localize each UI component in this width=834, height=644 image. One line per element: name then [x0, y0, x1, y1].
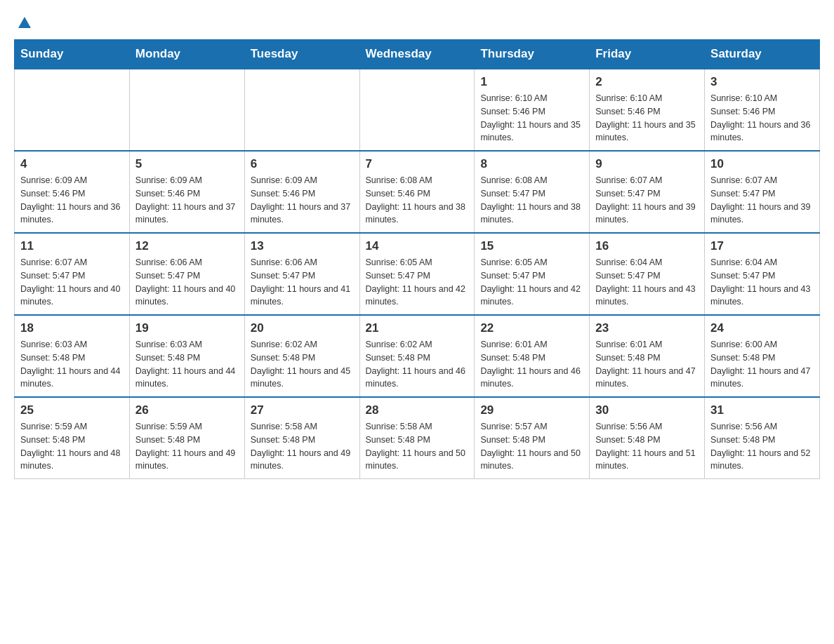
- day-info: Sunrise: 6:10 AM Sunset: 5:46 PM Dayligh…: [710, 92, 814, 145]
- calendar-day-cell: 8Sunrise: 6:08 AM Sunset: 5:47 PM Daylig…: [475, 151, 590, 233]
- day-number: 31: [710, 403, 814, 417]
- calendar-week-row: 1Sunrise: 6:10 AM Sunset: 5:46 PM Daylig…: [15, 69, 820, 151]
- day-number: 28: [366, 403, 469, 417]
- day-number: 21: [366, 321, 469, 335]
- calendar-day-cell: [359, 69, 475, 151]
- calendar-header-thursday: Thursday: [475, 40, 590, 69]
- calendar-day-cell: 11Sunrise: 6:07 AM Sunset: 5:47 PM Dayli…: [15, 233, 130, 315]
- calendar-day-cell: 1Sunrise: 6:10 AM Sunset: 5:46 PM Daylig…: [475, 69, 590, 151]
- day-number: 10: [710, 157, 814, 171]
- calendar-header-saturday: Saturday: [705, 40, 820, 69]
- calendar-day-cell: 21Sunrise: 6:02 AM Sunset: 5:48 PM Dayli…: [359, 315, 475, 397]
- day-info: Sunrise: 6:06 AM Sunset: 5:47 PM Dayligh…: [251, 256, 354, 309]
- calendar-day-cell: 28Sunrise: 5:58 AM Sunset: 5:48 PM Dayli…: [359, 397, 475, 479]
- calendar-day-cell: 16Sunrise: 6:04 AM Sunset: 5:47 PM Dayli…: [590, 233, 705, 315]
- page-header: [14, 14, 820, 32]
- day-number: 3: [710, 75, 814, 89]
- calendar-day-cell: 31Sunrise: 5:56 AM Sunset: 5:48 PM Dayli…: [705, 397, 820, 479]
- day-info: Sunrise: 6:02 AM Sunset: 5:48 PM Dayligh…: [366, 338, 469, 391]
- logo-triangle-icon: [17, 14, 32, 32]
- day-number: 30: [595, 403, 699, 417]
- calendar-header-friday: Friday: [590, 40, 705, 69]
- day-number: 25: [20, 403, 124, 417]
- day-number: 15: [480, 239, 583, 253]
- calendar-day-cell: 29Sunrise: 5:57 AM Sunset: 5:48 PM Dayli…: [475, 397, 590, 479]
- day-number: 23: [595, 321, 699, 335]
- day-number: 12: [135, 239, 239, 253]
- calendar-day-cell: 20Sunrise: 6:02 AM Sunset: 5:48 PM Dayli…: [244, 315, 359, 397]
- day-number: 8: [480, 157, 583, 171]
- calendar-day-cell: 7Sunrise: 6:08 AM Sunset: 5:46 PM Daylig…: [359, 151, 475, 233]
- day-info: Sunrise: 6:08 AM Sunset: 5:46 PM Dayligh…: [366, 174, 469, 227]
- day-info: Sunrise: 5:58 AM Sunset: 5:48 PM Dayligh…: [251, 420, 354, 473]
- day-info: Sunrise: 6:00 AM Sunset: 5:48 PM Dayligh…: [710, 338, 814, 391]
- day-number: 1: [480, 75, 583, 89]
- day-info: Sunrise: 6:10 AM Sunset: 5:46 PM Dayligh…: [480, 92, 583, 145]
- day-info: Sunrise: 6:03 AM Sunset: 5:48 PM Dayligh…: [20, 338, 124, 391]
- day-number: 19: [135, 321, 239, 335]
- logo: [14, 14, 32, 32]
- day-info: Sunrise: 6:07 AM Sunset: 5:47 PM Dayligh…: [595, 174, 699, 227]
- calendar-day-cell: 6Sunrise: 6:09 AM Sunset: 5:46 PM Daylig…: [244, 151, 359, 233]
- calendar-day-cell: [129, 69, 244, 151]
- calendar-day-cell: 2Sunrise: 6:10 AM Sunset: 5:46 PM Daylig…: [590, 69, 705, 151]
- calendar-week-row: 4Sunrise: 6:09 AM Sunset: 5:46 PM Daylig…: [15, 151, 820, 233]
- day-info: Sunrise: 6:07 AM Sunset: 5:47 PM Dayligh…: [710, 174, 814, 227]
- day-number: 26: [135, 403, 239, 417]
- day-number: 6: [251, 157, 354, 171]
- day-number: 14: [366, 239, 469, 253]
- calendar-day-cell: 17Sunrise: 6:04 AM Sunset: 5:47 PM Dayli…: [705, 233, 820, 315]
- day-info: Sunrise: 6:02 AM Sunset: 5:48 PM Dayligh…: [251, 338, 354, 391]
- day-info: Sunrise: 5:57 AM Sunset: 5:48 PM Dayligh…: [480, 420, 583, 473]
- day-info: Sunrise: 6:08 AM Sunset: 5:47 PM Dayligh…: [480, 174, 583, 227]
- calendar-day-cell: 14Sunrise: 6:05 AM Sunset: 5:47 PM Dayli…: [359, 233, 475, 315]
- day-info: Sunrise: 5:59 AM Sunset: 5:48 PM Dayligh…: [20, 420, 124, 473]
- day-info: Sunrise: 6:07 AM Sunset: 5:47 PM Dayligh…: [20, 256, 124, 309]
- day-info: Sunrise: 6:06 AM Sunset: 5:47 PM Dayligh…: [135, 256, 239, 309]
- calendar-day-cell: 10Sunrise: 6:07 AM Sunset: 5:47 PM Dayli…: [705, 151, 820, 233]
- calendar-day-cell: 18Sunrise: 6:03 AM Sunset: 5:48 PM Dayli…: [15, 315, 130, 397]
- day-number: 17: [710, 239, 814, 253]
- calendar-week-row: 18Sunrise: 6:03 AM Sunset: 5:48 PM Dayli…: [15, 315, 820, 397]
- day-info: Sunrise: 6:04 AM Sunset: 5:47 PM Dayligh…: [710, 256, 814, 309]
- calendar-header-tuesday: Tuesday: [244, 40, 359, 69]
- day-number: 11: [20, 239, 124, 253]
- calendar-header-sunday: Sunday: [15, 40, 130, 69]
- calendar-day-cell: 15Sunrise: 6:05 AM Sunset: 5:47 PM Dayli…: [475, 233, 590, 315]
- day-number: 13: [251, 239, 354, 253]
- day-info: Sunrise: 6:05 AM Sunset: 5:47 PM Dayligh…: [366, 256, 469, 309]
- calendar-day-cell: 19Sunrise: 6:03 AM Sunset: 5:48 PM Dayli…: [129, 315, 244, 397]
- calendar-day-cell: 25Sunrise: 5:59 AM Sunset: 5:48 PM Dayli…: [15, 397, 130, 479]
- day-number: 29: [480, 403, 583, 417]
- day-number: 9: [595, 157, 699, 171]
- calendar-day-cell: 4Sunrise: 6:09 AM Sunset: 5:46 PM Daylig…: [15, 151, 130, 233]
- day-number: 5: [135, 157, 239, 171]
- calendar-day-cell: 12Sunrise: 6:06 AM Sunset: 5:47 PM Dayli…: [129, 233, 244, 315]
- day-number: 2: [595, 75, 699, 89]
- day-info: Sunrise: 5:58 AM Sunset: 5:48 PM Dayligh…: [366, 420, 469, 473]
- calendar-day-cell: 5Sunrise: 6:09 AM Sunset: 5:46 PM Daylig…: [129, 151, 244, 233]
- day-number: 20: [251, 321, 354, 335]
- day-number: 24: [710, 321, 814, 335]
- day-info: Sunrise: 6:09 AM Sunset: 5:46 PM Dayligh…: [251, 174, 354, 227]
- calendar-day-cell: 24Sunrise: 6:00 AM Sunset: 5:48 PM Dayli…: [705, 315, 820, 397]
- calendar-week-row: 11Sunrise: 6:07 AM Sunset: 5:47 PM Dayli…: [15, 233, 820, 315]
- day-info: Sunrise: 6:09 AM Sunset: 5:46 PM Dayligh…: [135, 174, 239, 227]
- day-info: Sunrise: 6:01 AM Sunset: 5:48 PM Dayligh…: [480, 338, 583, 391]
- calendar-day-cell: [15, 69, 130, 151]
- day-number: 16: [595, 239, 699, 253]
- day-info: Sunrise: 5:59 AM Sunset: 5:48 PM Dayligh…: [135, 420, 239, 473]
- day-info: Sunrise: 5:56 AM Sunset: 5:48 PM Dayligh…: [710, 420, 814, 473]
- calendar-header-monday: Monday: [129, 40, 244, 69]
- calendar-day-cell: 3Sunrise: 6:10 AM Sunset: 5:46 PM Daylig…: [705, 69, 820, 151]
- day-number: 27: [251, 403, 354, 417]
- calendar-day-cell: 22Sunrise: 6:01 AM Sunset: 5:48 PM Dayli…: [475, 315, 590, 397]
- calendar-header-wednesday: Wednesday: [359, 40, 475, 69]
- calendar-day-cell: 27Sunrise: 5:58 AM Sunset: 5:48 PM Dayli…: [244, 397, 359, 479]
- day-info: Sunrise: 6:05 AM Sunset: 5:47 PM Dayligh…: [480, 256, 583, 309]
- calendar-header-row: SundayMondayTuesdayWednesdayThursdayFrid…: [15, 40, 820, 69]
- day-info: Sunrise: 6:01 AM Sunset: 5:48 PM Dayligh…: [595, 338, 699, 391]
- day-info: Sunrise: 6:03 AM Sunset: 5:48 PM Dayligh…: [135, 338, 239, 391]
- calendar-table: SundayMondayTuesdayWednesdayThursdayFrid…: [14, 39, 820, 479]
- day-info: Sunrise: 6:04 AM Sunset: 5:47 PM Dayligh…: [595, 256, 699, 309]
